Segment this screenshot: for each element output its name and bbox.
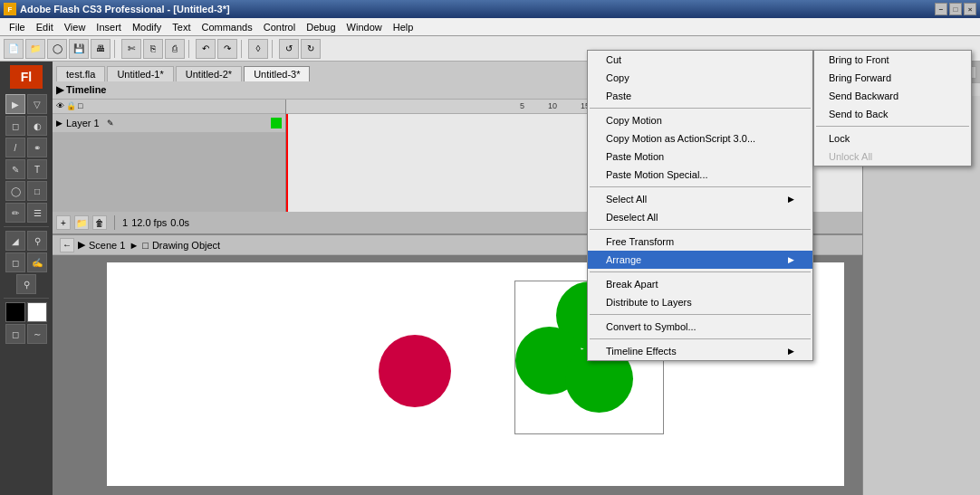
tab-test-fla[interactable]: test.fla bbox=[56, 66, 105, 81]
menu-text[interactable]: Text bbox=[167, 20, 196, 34]
lasso-tool[interactable]: ⚭ bbox=[27, 138, 47, 157]
rotate-right-button[interactable]: ↻ bbox=[301, 39, 321, 59]
tool-row-3: / ⚭ bbox=[5, 138, 47, 157]
menu-help[interactable]: Help bbox=[388, 20, 419, 34]
ctx-paste-motion[interactable]: Paste Motion bbox=[588, 148, 812, 166]
ctx-copy[interactable]: Copy bbox=[588, 69, 812, 87]
ctx-select-all[interactable]: Select All▶ bbox=[588, 190, 812, 208]
sub-lock[interactable]: Lock bbox=[814, 129, 971, 148]
menu-window[interactable]: Window bbox=[341, 20, 388, 34]
tool-row-colors bbox=[5, 302, 47, 322]
menu-bar: File Edit View Insert Modify Text Comman… bbox=[0, 18, 980, 36]
toolbar-sep-1 bbox=[114, 40, 118, 58]
rotate-left-button[interactable]: ↺ bbox=[279, 39, 299, 59]
ctx-copy-motion[interactable]: Copy Motion bbox=[588, 111, 812, 129]
oval-tool[interactable]: ◯ bbox=[5, 181, 25, 201]
snap-button[interactable]: ◊ bbox=[248, 39, 268, 59]
tab-untitled-2[interactable]: Untitled-2* bbox=[176, 66, 242, 81]
text-tool[interactable]: T bbox=[27, 159, 47, 179]
ctx-free-transform[interactable]: Free Transform bbox=[588, 233, 812, 251]
menu-insert[interactable]: Insert bbox=[91, 20, 127, 34]
add-folder-button[interactable]: 📁 bbox=[74, 215, 89, 230]
paste-button[interactable]: ⎙ bbox=[165, 39, 185, 59]
menu-commands[interactable]: Commands bbox=[196, 20, 257, 34]
layer-edit-icon[interactable]: ✎ bbox=[107, 119, 114, 128]
zoom-tool[interactable]: ⚲ bbox=[16, 274, 36, 294]
ctx-sep-5 bbox=[590, 314, 811, 315]
tool-row-4: ✎ T bbox=[5, 159, 47, 179]
context-menu: Cut Copy Paste Copy Motion Copy Motion a… bbox=[587, 50, 813, 361]
pencil-tool[interactable]: ✏ bbox=[5, 203, 25, 223]
sub-send-backward[interactable]: Send Backward bbox=[814, 87, 971, 105]
pen-tool[interactable]: ✎ bbox=[5, 159, 25, 179]
menu-view[interactable]: View bbox=[59, 20, 91, 34]
ctx-arrange[interactable]: Arrange▶ bbox=[588, 251, 812, 269]
sub-sep-1 bbox=[816, 126, 969, 127]
ctx-copy-motion-as[interactable]: Copy Motion as ActionScript 3.0... bbox=[588, 129, 812, 148]
layer-row[interactable]: ▶ Layer 1 ✎ bbox=[53, 114, 285, 132]
menu-file[interactable]: File bbox=[4, 20, 31, 34]
bridge-button[interactable]: ◯ bbox=[47, 39, 67, 59]
delete-layer-button[interactable]: 🗑 bbox=[92, 215, 107, 230]
fill-color[interactable] bbox=[27, 302, 47, 322]
save-button[interactable]: 💾 bbox=[69, 39, 89, 59]
layer-name: Layer 1 bbox=[66, 118, 100, 129]
layer-panel: 👁 🔒 □ ▶ Layer 1 ✎ bbox=[53, 100, 286, 213]
ctx-paste-motion-special[interactable]: Paste Motion Special... bbox=[588, 166, 812, 184]
brush-tool[interactable]: ☰ bbox=[27, 203, 47, 223]
ctx-convert-symbol[interactable]: Convert to Symbol... bbox=[588, 318, 812, 336]
free-transform-tool[interactable]: ◻ bbox=[5, 116, 25, 136]
undo-button[interactable]: ↶ bbox=[196, 39, 216, 59]
copy-button[interactable]: ⎘ bbox=[143, 39, 163, 59]
stroke-color[interactable] bbox=[5, 302, 25, 322]
menu-control[interactable]: Control bbox=[258, 20, 301, 34]
object-icon: □ bbox=[142, 240, 149, 251]
maximize-button[interactable]: □ bbox=[949, 3, 962, 15]
ctx-paste[interactable]: Paste bbox=[588, 87, 812, 105]
red-circle-shape[interactable] bbox=[379, 335, 451, 407]
print-button[interactable]: 🖶 bbox=[91, 39, 110, 59]
frame-number: 1 bbox=[122, 217, 128, 228]
menu-edit[interactable]: Edit bbox=[31, 20, 59, 34]
new-button[interactable]: 📄 bbox=[4, 39, 24, 59]
back-button[interactable]: ← bbox=[60, 238, 74, 252]
hand-tool[interactable]: ✍ bbox=[27, 252, 47, 272]
sub-send-to-back[interactable]: Send to Back bbox=[814, 105, 971, 123]
cut-button[interactable]: ✄ bbox=[121, 39, 141, 59]
add-layer-button[interactable]: + bbox=[56, 215, 71, 230]
close-button[interactable]: × bbox=[964, 3, 976, 15]
ctx-distribute-layers[interactable]: Distribute to Layers bbox=[588, 293, 812, 311]
ctx-deselect-all[interactable]: Deselect All bbox=[588, 208, 812, 226]
tool-divider-2 bbox=[4, 298, 49, 299]
subselect-tool[interactable]: ▽ bbox=[27, 94, 47, 114]
tab-untitled-1[interactable]: Untitled-1* bbox=[107, 66, 173, 81]
redo-button[interactable]: ↷ bbox=[217, 39, 237, 59]
eyedropper-tool[interactable]: ⚲ bbox=[27, 231, 47, 251]
open-button[interactable]: 📁 bbox=[25, 39, 45, 59]
select-all-arrow: ▶ bbox=[788, 195, 794, 204]
ctx-cut[interactable]: Cut bbox=[588, 51, 812, 69]
menu-debug[interactable]: Debug bbox=[301, 20, 341, 34]
select-tool[interactable]: ▶ bbox=[5, 94, 25, 114]
ctx-sep-2 bbox=[590, 186, 811, 187]
snap-to-objects[interactable]: ◻ bbox=[5, 324, 25, 344]
menu-modify[interactable]: Modify bbox=[127, 20, 167, 34]
sub-bring-to-front[interactable]: Bring to Front bbox=[814, 51, 971, 69]
gradient-tool[interactable]: ◐ bbox=[27, 116, 47, 136]
smooth-tool[interactable]: ∼ bbox=[27, 324, 47, 344]
layer-expand-icon: ▶ bbox=[56, 119, 62, 128]
tab-untitled-3[interactable]: Untitled-3* bbox=[244, 66, 310, 81]
toolbar-sep-2 bbox=[188, 40, 192, 58]
timeline-label: ▶ Timeline bbox=[56, 84, 106, 96]
layer-color bbox=[271, 118, 282, 129]
fps-display: 12.0 fps bbox=[131, 217, 167, 228]
ctx-break-apart[interactable]: Break Apart bbox=[588, 275, 812, 293]
sub-bring-forward[interactable]: Bring Forward bbox=[814, 69, 971, 87]
paint-bucket-tool[interactable]: ◢ bbox=[5, 231, 25, 251]
ctx-timeline-effects[interactable]: Timeline Effects▶ bbox=[588, 342, 812, 360]
line-tool[interactable]: / bbox=[5, 138, 25, 157]
rect-tool[interactable]: □ bbox=[27, 181, 47, 201]
eraser-tool[interactable]: ◻ bbox=[5, 252, 25, 272]
minimize-button[interactable]: − bbox=[935, 3, 947, 15]
scene-label[interactable]: Scene 1 bbox=[89, 240, 125, 251]
